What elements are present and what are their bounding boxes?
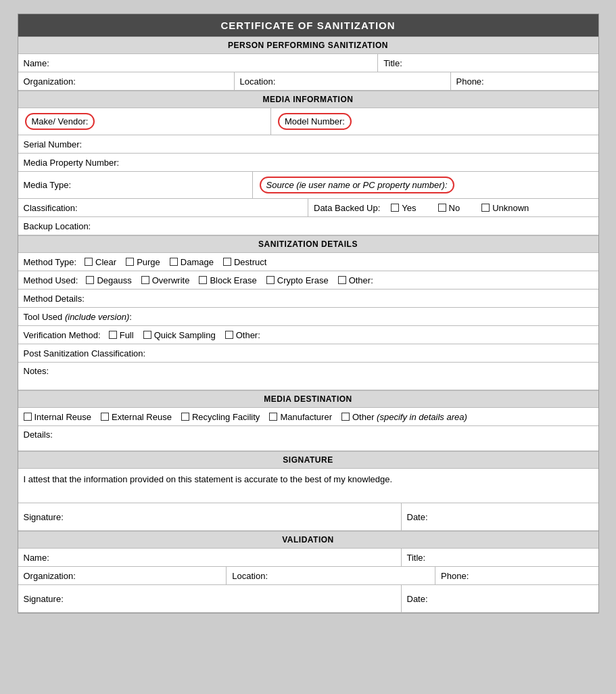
model-highlighted: Model Number: (278, 113, 352, 130)
classification-cell: Classification: (18, 199, 309, 216)
dest-other-checkbox[interactable] (341, 413, 350, 421)
internal-reuse-label: Internal Reuse (34, 412, 92, 422)
degauss-checkbox[interactable] (86, 276, 94, 284)
serial-label: Serial Number: (24, 139, 82, 149)
yes-label: Yes (402, 203, 416, 213)
external-reuse-item: External Reuse (101, 412, 172, 422)
recycling-checkbox[interactable] (181, 413, 189, 421)
location-cell: Location: (235, 72, 451, 90)
val-location-label: Location: (232, 571, 268, 581)
val-date-label: Date: (407, 594, 428, 604)
dest-other-item: Other (specify in details area) (341, 412, 467, 422)
purge-item: Purge (126, 257, 160, 267)
serial-row: Serial Number: (18, 135, 598, 154)
name-cell: Name: (18, 54, 379, 72)
quick-sampling-label: Quick Sampling (154, 330, 216, 340)
val-phone-cell: Phone: (435, 567, 598, 584)
tool-used-label: Tool Used (include version): (24, 312, 132, 322)
date-cell: Date: (402, 503, 598, 530)
other-method-label: Other: (349, 275, 373, 285)
make-highlighted: Make/ Vendor: (25, 113, 95, 130)
yes-checkbox[interactable] (391, 204, 399, 212)
post-classification-row: Post Sanitization Classification: (18, 344, 598, 363)
date-label: Date: (407, 512, 428, 522)
notes-label: Notes: (24, 366, 49, 376)
details-cell: Details: (18, 426, 598, 450)
block-erase-label: Block Erase (210, 275, 256, 285)
val-date-cell: Date: (402, 585, 598, 612)
clear-checkbox[interactable] (85, 258, 93, 266)
method-details-label: Method Details: (24, 294, 85, 304)
block-erase-checkbox[interactable] (199, 276, 207, 284)
full-label: Full (120, 330, 134, 340)
title-text: CERTIFICATE OF SANITIZATION (220, 20, 395, 31)
clear-item: Clear (85, 257, 116, 267)
backup-location-label: Backup Location: (24, 221, 91, 231)
crypto-erase-item: Crypto Erase (266, 275, 329, 285)
destruct-checkbox[interactable] (223, 258, 231, 266)
unknown-checkbox[interactable] (481, 204, 490, 212)
other2-checkbox[interactable] (225, 331, 233, 339)
serial-cell: Serial Number: (18, 135, 598, 153)
tool-used-row: Tool Used (include version): (18, 308, 598, 326)
damage-label: Damage (181, 257, 214, 267)
internal-reuse-checkbox[interactable] (24, 413, 32, 421)
purge-checkbox[interactable] (126, 258, 134, 266)
org-cell: Organization: (18, 72, 235, 90)
make-model-row: Make/ Vendor: Model Number: (18, 108, 598, 135)
title-cell: Title: (378, 54, 598, 72)
backup-location-row: Backup Location: (18, 217, 598, 235)
other2-label: Other: (236, 330, 260, 340)
val-org-label: Organization: (24, 571, 76, 581)
crypto-erase-label: Crypto Erase (277, 275, 329, 285)
post-classification-cell: Post Sanitization Classification: (18, 344, 598, 362)
recycling-label: Recycling Facility (192, 412, 260, 422)
external-reuse-checkbox[interactable] (101, 413, 109, 421)
type-cell: Media Type: (18, 172, 253, 198)
manufacturer-checkbox[interactable] (269, 413, 277, 421)
degauss-item: Degauss (86, 275, 131, 285)
notes-cell: Notes: (18, 363, 598, 390)
validation-org-row: Organization: Location: Phone: (18, 567, 598, 585)
source-cell: Source (ie user name or PC property numb… (253, 172, 598, 198)
person-org-row: Organization: Location: Phone: (18, 72, 598, 91)
crypto-erase-checkbox[interactable] (266, 276, 275, 284)
unknown-checkbox-item: Unknown (481, 203, 529, 213)
type-label: Media Type: (24, 180, 72, 190)
make-cell: Make/ Vendor: (18, 108, 272, 135)
details-label: Details: (24, 430, 53, 440)
overwrite-label: Overwrite (152, 275, 190, 285)
tool-used-cell: Tool Used (include version): (18, 308, 598, 325)
method-used-row: Method Used: Degauss Overwrite Block Era… (18, 271, 598, 290)
verification-row: Verification Method: Full Quick Sampling… (18, 326, 598, 344)
model-cell: Model Number: (271, 108, 598, 135)
val-title-label: Title: (407, 553, 426, 563)
validation-name-title-row: Name: Title: (18, 549, 598, 567)
damage-checkbox[interactable] (170, 258, 178, 266)
verification-label: Verification Method: (24, 330, 101, 340)
no-checkbox-item: No (438, 203, 460, 213)
method-details-row: Method Details: (18, 290, 598, 308)
destruct-item: Destruct (223, 257, 266, 267)
signature-cell: Signature: (18, 503, 402, 530)
val-name-cell: Name: (18, 549, 402, 566)
full-item: Full (109, 330, 134, 340)
quick-sampling-checkbox[interactable] (143, 331, 151, 339)
other-method-checkbox[interactable] (338, 276, 346, 284)
person-name-title-row: Name: Title: (18, 54, 598, 72)
certificate-form: CERTIFICATE OF SANITIZATION PERSON PERFO… (18, 14, 599, 614)
attest-row: I attest that the information provided o… (18, 469, 598, 503)
make-label: Make/ Vendor: (32, 116, 89, 126)
val-location-cell: Location: (227, 567, 435, 584)
full-checkbox[interactable] (109, 331, 117, 339)
signature-section-header: SIGNATURE (18, 451, 598, 469)
signature-label: Signature: (24, 512, 64, 522)
no-checkbox[interactable] (438, 204, 446, 212)
val-phone-label: Phone: (441, 571, 469, 581)
manufacturer-label: Manufacturer (280, 412, 332, 422)
overwrite-checkbox[interactable] (141, 276, 149, 284)
method-type-cell: Method Type: Clear Purge Damage Destruct (18, 253, 598, 271)
validation-sig-date-row: Signature: Date: (18, 585, 598, 613)
method-type-row: Method Type: Clear Purge Damage Destruct (18, 253, 598, 271)
attest-cell: I attest that the information provided o… (18, 469, 598, 503)
